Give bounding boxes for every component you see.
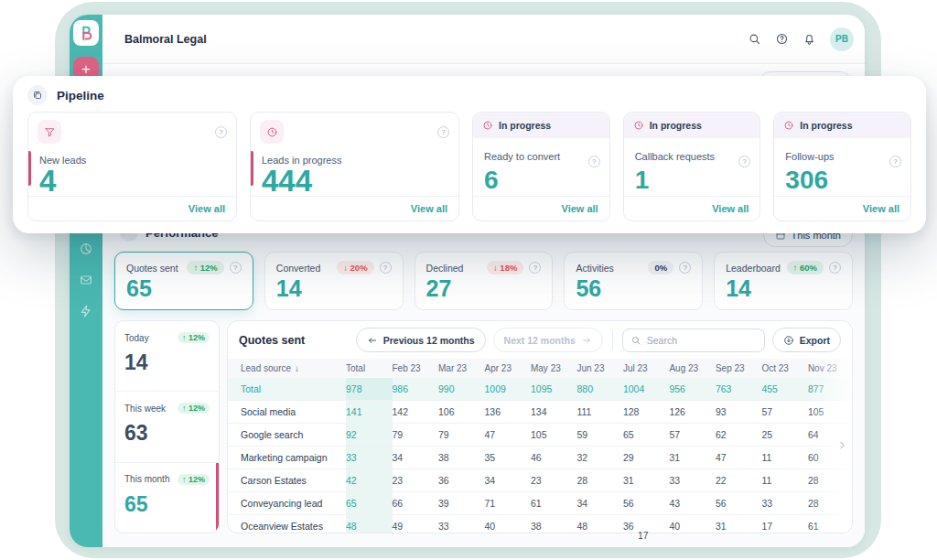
metric-card-leaderboard[interactable]: Leaderboard↑ 60%?14 [714,252,853,310]
value-cell: 33 [346,447,392,469]
pipeline-card-follow-ups[interactable]: In progress?Follow-ups306View all [773,112,911,221]
column-header-lead-source[interactable]: Lead source↓ [228,359,346,378]
value-cell: 126 [669,401,715,424]
period-stat-this-week[interactable]: This week↑ 12%63 [115,392,219,462]
previous-12-months-button[interactable]: Previous 12 months [356,328,486,352]
pipeline-card-new-leads[interactable]: ?New leads4View all [27,112,237,221]
value-cell: 61 [808,515,853,534]
card-accent-bar [251,151,253,186]
help-tooltip-icon[interactable]: ? [583,151,600,167]
pipeline-card-callback-requests[interactable]: In progress?Callback requests1View all [623,112,761,221]
help-tooltip-icon[interactable]: ? [829,262,841,274]
quotes-table-card: Quotes sent Previous 12 months Next 12 m… [227,320,853,533]
card-footer: View all [28,196,236,221]
value-cell: 33 [761,492,807,515]
topbar-actions: PB [748,27,854,51]
column-header-mar-23: Mar 23 [438,359,484,378]
lead-source-cell: Social media [228,401,346,424]
status-label: In progress [650,120,702,131]
help-tooltip-icon[interactable]: ? [210,122,227,138]
metric-change-badge: ↓ 18% [487,261,523,275]
app-title: Balmoral Legal [124,33,207,46]
metric-card-declined[interactable]: Declined↓ 18%?27 [415,252,554,310]
clock-icon [482,120,493,131]
avatar[interactable]: PB [830,27,854,51]
help-icon[interactable] [775,32,789,46]
stat-top: This week↑ 12% [124,403,210,414]
stat-change-badge: ↑ 12% [178,403,210,414]
value-cell: 31 [669,447,715,469]
metric-change-badge: ↑ 60% [787,261,824,275]
next-12-months-button[interactable]: Next 12 months [493,328,603,352]
view-all-link[interactable]: View all [712,203,749,214]
view-all-link[interactable]: View all [562,203,598,214]
value-cell: 62 [716,424,761,447]
app-logo [73,20,99,46]
metric-label: Declined [426,263,487,274]
period-stat-this-month[interactable]: This month↑ 12%65 [115,463,219,533]
help-tooltip-icon[interactable]: ? [380,262,392,274]
export-button[interactable]: Export [772,328,841,352]
card-value: 444 [262,166,312,196]
table-title: Quotes sent [239,334,305,347]
value-cell: 57 [669,424,715,447]
pipeline-card-leads-in-progress[interactable]: ?Leads in progress444View all [250,112,459,221]
view-all-link[interactable]: View all [411,203,447,214]
metric-card-converted[interactable]: Converted↓ 20%?14 [264,252,404,310]
help-tooltip-icon[interactable]: ? [230,262,242,274]
search-input[interactable] [647,335,757,346]
help-tooltip-icon[interactable]: ? [679,262,691,274]
export-label: Export [800,335,830,346]
help-tooltip-icon[interactable]: ? [884,151,901,167]
sort-down-icon[interactable]: ↓ [295,363,299,373]
lightning-icon[interactable] [79,304,93,318]
stat-change-badge: ↑ 12% [178,474,210,485]
metric-value: 14 [726,277,841,300]
value-cell: 128 [623,401,669,424]
view-all-link[interactable]: View all [863,203,899,214]
search-icon [630,335,641,346]
column-header-may-23: May 23 [531,359,576,378]
bell-icon[interactable] [802,32,816,46]
period-stat-today[interactable]: Today↑ 12%14 [115,321,219,392]
value-cell: 142 [393,401,438,424]
card-label: Ready to convert [484,151,560,162]
metric-change-badge: ↑ 12% [187,261,223,275]
value-cell: 23 [393,469,438,492]
value-cell: 956 [669,378,715,401]
help-tooltip-icon[interactable]: ? [733,151,750,167]
value-cell: 31 [716,515,761,534]
search-icon[interactable] [748,32,761,46]
previous-12-months-label: Previous 12 months [383,335,475,346]
value-cell: 47 [484,424,530,447]
metric-card-quotes-sent[interactable]: Quotes sent↑ 12%?65 [114,252,253,310]
value-cell: 42 [346,469,392,492]
scroll-right-chevron-icon[interactable] [836,438,848,455]
status-badge: In progress [473,113,609,138]
metric-card-activities[interactable]: Activities0%?56 [564,252,703,310]
value-cell: 57 [761,401,807,424]
envelope-icon[interactable] [79,273,93,287]
pipeline-card-ready-to-convert[interactable]: In progress?Ready to convert6View all [472,112,610,221]
status-label: In progress [800,120,852,131]
table-row: Oceanview Estates48493340384836403117613 [228,515,853,534]
pie-chart-icon[interactable] [79,242,93,256]
value-cell: 986 [393,378,438,401]
view-all-link[interactable]: View all [188,203,225,214]
pipeline-cards: ?New leads4View all?Leads in progress444… [13,109,926,221]
value-cell: 28 [576,469,622,492]
card-value: 1 [635,167,650,193]
help-tooltip-icon[interactable]: ? [432,122,449,138]
value-cell: 22 [716,469,761,492]
metric-value: 14 [276,277,392,300]
card-value: 306 [785,167,828,193]
stat-label: Today [124,333,149,343]
card-value: 4 [39,166,56,196]
lead-source-cell: Google search [228,424,346,447]
value-cell: 34 [576,492,622,515]
value-cell: 79 [393,424,438,447]
column-header-sep-23: Sep 23 [716,359,761,378]
help-tooltip-icon[interactable]: ? [529,262,541,274]
value-cell: 106 [438,401,484,424]
card-footer: View all [473,196,609,221]
